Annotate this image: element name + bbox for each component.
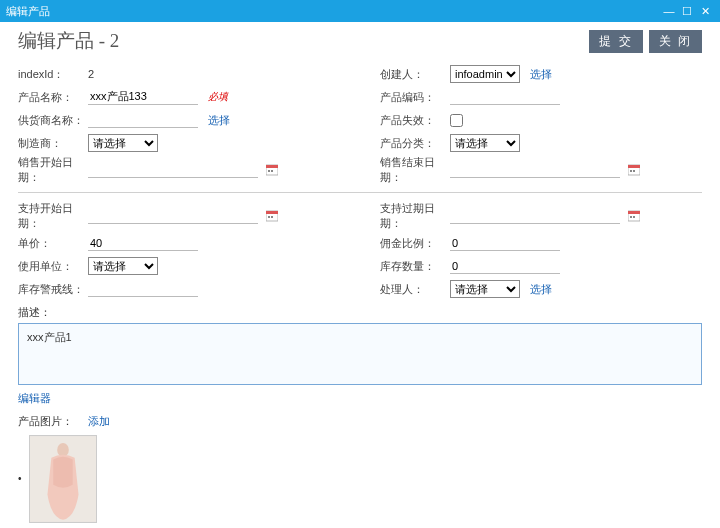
svg-rect-3	[271, 170, 273, 172]
category-select[interactable]: 请选择	[450, 134, 520, 152]
page-title: 编辑产品 - 2	[18, 30, 583, 53]
usage-unit-label: 使用单位：	[18, 259, 88, 274]
support-end-input[interactable]	[450, 209, 620, 224]
index-id-label: indexId：	[18, 67, 88, 82]
stock-warn-input[interactable]	[88, 282, 198, 297]
product-name-input[interactable]	[88, 90, 198, 105]
svg-rect-14	[630, 216, 632, 218]
right-column: 创建人：infoadmin选择 产品编码： 产品失效： 产品分类：请选择 销售结…	[380, 63, 702, 186]
usage-unit-select[interactable]: 请选择	[88, 257, 158, 275]
svg-point-17	[57, 443, 69, 457]
supplier-input[interactable]	[88, 113, 198, 128]
calendar-icon[interactable]	[266, 164, 278, 176]
invalid-label: 产品失效：	[380, 113, 450, 128]
maximize-button[interactable]: ☐	[678, 5, 696, 18]
editor-link[interactable]: 编辑器	[18, 391, 51, 406]
creator-select[interactable]: infoadmin	[450, 65, 520, 83]
svg-rect-9	[266, 211, 278, 214]
category-label: 产品分类：	[380, 136, 450, 151]
close-window-button[interactable]: ✕	[696, 5, 714, 18]
stock-qty-input[interactable]	[450, 259, 560, 274]
svg-rect-10	[268, 216, 270, 218]
description-box[interactable]: xxx产品1	[18, 323, 702, 385]
svg-rect-15	[633, 216, 635, 218]
calendar-icon[interactable]	[628, 164, 640, 176]
creator-label: 创建人：	[380, 67, 450, 82]
sale-start-input[interactable]	[88, 163, 258, 178]
handler-pick-link[interactable]: 选择	[530, 282, 552, 297]
window-title: 编辑产品	[6, 4, 50, 19]
commission-input[interactable]	[450, 236, 560, 251]
unit-price-input[interactable]	[88, 236, 198, 251]
product-image-thumb[interactable]	[29, 435, 97, 523]
calendar-icon[interactable]	[266, 210, 278, 222]
svg-rect-11	[271, 216, 273, 218]
handler-select[interactable]: 请选择	[450, 280, 520, 298]
minimize-button[interactable]: —	[660, 5, 678, 17]
svg-rect-1	[266, 165, 278, 168]
stock-qty-label: 库存数量：	[380, 259, 450, 274]
divider	[18, 192, 702, 193]
svg-rect-5	[628, 165, 640, 168]
bullet-icon: •	[18, 473, 22, 484]
submit-button[interactable]: 提 交	[589, 30, 642, 53]
invalid-checkbox[interactable]	[450, 114, 463, 127]
supplier-label: 供货商名称：	[18, 113, 88, 128]
left-column: indexId：2 产品名称：必填 供货商名称：选择 制造商：请选择 销售开始日…	[18, 63, 340, 186]
unit-price-label: 单价：	[18, 236, 88, 251]
titlebar: 编辑产品 — ☐ ✕	[0, 0, 720, 22]
calendar-icon[interactable]	[628, 210, 640, 222]
add-image-link[interactable]: 添加	[88, 414, 110, 429]
support-start-input[interactable]	[88, 209, 258, 224]
page-header: 编辑产品 - 2 提 交 关 闭	[0, 22, 720, 63]
product-image-label: 产品图片：	[18, 414, 88, 429]
required-tag: 必填	[208, 90, 228, 104]
support-end-label: 支持过期日期：	[380, 201, 450, 231]
sale-start-label: 销售开始日期：	[18, 155, 88, 185]
handler-label: 处理人：	[380, 282, 450, 297]
product-code-input[interactable]	[450, 90, 560, 105]
svg-rect-13	[628, 211, 640, 214]
description-label: 描述：	[18, 305, 702, 320]
support-start-label: 支持开始日期：	[18, 201, 88, 231]
svg-rect-2	[268, 170, 270, 172]
supplier-pick-link[interactable]: 选择	[208, 113, 230, 128]
stock-warn-label: 库存警戒线：	[18, 282, 88, 297]
product-code-label: 产品编码：	[380, 90, 450, 105]
svg-rect-7	[633, 170, 635, 172]
product-name-label: 产品名称：	[18, 90, 88, 105]
index-id-value: 2	[88, 68, 340, 80]
creator-pick-link[interactable]: 选择	[530, 67, 552, 82]
close-button[interactable]: 关 闭	[649, 30, 702, 53]
sale-end-label: 销售结束日期：	[380, 155, 450, 185]
commission-label: 佣金比例：	[380, 236, 450, 251]
manufacturer-label: 制造商：	[18, 136, 88, 151]
manufacturer-select[interactable]: 请选择	[88, 134, 158, 152]
svg-rect-6	[630, 170, 632, 172]
sale-end-input[interactable]	[450, 163, 620, 178]
